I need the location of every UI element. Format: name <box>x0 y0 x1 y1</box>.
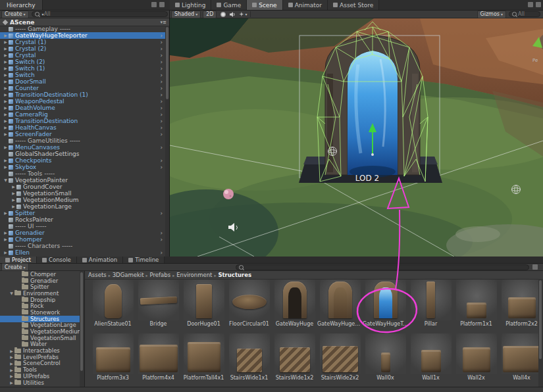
asset-item-pillar[interactable]: Pillar <box>408 280 453 327</box>
open-prefab-arrow-icon[interactable]: › <box>160 164 163 170</box>
open-prefab-arrow-icon[interactable]: › <box>160 105 163 111</box>
hierarchy-item-ellen[interactable]: ▶Ellen› <box>0 249 165 256</box>
hierarchy-item-gatewayhugeteleporter[interactable]: ▶GateWayHugeTeleporter› <box>0 32 165 39</box>
tab-project[interactable]: Project <box>0 257 37 263</box>
asset-item-gatewayhugetel[interactable]: GateWayHugeTel... <box>363 280 408 327</box>
hierarchy-search-input[interactable]: ▾ All <box>32 11 168 17</box>
folder-item-scenecontrol[interactable]: ▶SceneControl <box>0 360 80 367</box>
folder-item-stonework[interactable]: Stonework <box>0 309 80 316</box>
expand-arrow-icon[interactable]: ▶ <box>3 72 9 78</box>
open-prefab-arrow-icon[interactable]: › <box>160 236 163 243</box>
expand-arrow-icon[interactable]: ▶ <box>3 164 9 170</box>
hierarchy-item-weaponpedestal[interactable]: ▶WeaponPedestal› <box>0 98 165 105</box>
hierarchy-item-switch-2[interactable]: ▶Switch (2)› <box>0 59 165 65</box>
asset-item-alienstatue01[interactable]: AlienStatue01 <box>90 280 136 327</box>
asset-item-platform3x3[interactable]: Platform3x3 <box>90 333 136 381</box>
hierarchy-item-crystal-1[interactable]: ▶Crystal (1)› <box>0 39 165 45</box>
open-prefab-arrow-icon[interactable]: › <box>160 157 163 164</box>
open-prefab-arrow-icon[interactable]: › <box>160 111 163 118</box>
expand-arrow-icon[interactable]: ▶ <box>3 39 9 45</box>
folder-item-levelprefabs[interactable]: ▶LevelPrefabs <box>0 354 80 360</box>
expand-arrow-icon[interactable]: ▶ <box>9 374 14 378</box>
folder-item-spitter[interactable]: Spitter <box>0 283 80 290</box>
asset-item-platform2x2[interactable]: Platform2x2 <box>499 280 543 327</box>
shading-mode-dropdown[interactable]: Shaded▾ <box>171 11 201 18</box>
open-prefab-arrow-icon[interactable]: › <box>160 230 163 236</box>
hierarchy-item-skybox[interactable]: ▶Skybox› <box>0 164 165 170</box>
expand-arrow-icon[interactable]: ▶ <box>3 59 9 65</box>
hierarchy-item-characters[interactable]: ----- Characters ----- <box>0 243 165 249</box>
open-prefab-arrow-icon[interactable]: › <box>160 65 163 72</box>
asset-item-stairswide1x1[interactable]: StairsWide1x1 <box>226 333 272 381</box>
hierarchy-item-menucanvases[interactable]: ▶MenuCanvases› <box>0 144 165 151</box>
expand-arrow-icon[interactable]: ▶ <box>3 210 9 216</box>
open-prefab-arrow-icon[interactable]: › <box>160 91 163 98</box>
tab-timeline[interactable]: Timeline <box>123 257 165 263</box>
hierarchy-item-transitiondestination[interactable]: ▶TransitionDestination› <box>0 118 165 124</box>
expand-arrow-icon[interactable]: ▶ <box>3 111 9 118</box>
breadcrumb-item-prefabs[interactable]: Prefabs <box>150 272 171 278</box>
hierarchy-item-healthcanvas[interactable]: ▶HealthCanvas› <box>0 124 165 131</box>
expand-arrow-icon[interactable]: ▶ <box>3 45 9 52</box>
asset-item-stairswide1x2[interactable]: StairsWide1x2 <box>272 333 317 381</box>
tab-animation[interactable]: Animation <box>77 257 123 263</box>
expand-arrow-icon[interactable]: ▶ <box>3 157 9 164</box>
asset-item-wall4x[interactable]: Wall4x <box>499 333 543 381</box>
open-prefab-arrow-icon[interactable]: › <box>160 85 163 91</box>
tab-hierarchy[interactable]: Hierarchy <box>0 0 43 10</box>
hierarchy-item-counter[interactable]: ▶Counter› <box>0 85 165 91</box>
folder-item-grenadier[interactable]: Grenadier <box>0 278 80 284</box>
hierarchy-item-ui[interactable]: ----- UI ----- <box>0 223 165 230</box>
hierarchy-item-vegetationlarge[interactable]: ▶VegetationLarge <box>0 203 165 210</box>
hierarchy-item-switch-1[interactable]: ▶Switch (1)› <box>0 65 165 72</box>
expand-arrow-icon[interactable]: ▶ <box>3 230 9 236</box>
expand-arrow-icon[interactable]: ▶ <box>3 236 9 243</box>
open-prefab-arrow-icon[interactable]: › <box>160 98 163 105</box>
expand-arrow-icon[interactable]: ▶ <box>3 131 9 137</box>
hierarchy-item-grenadier[interactable]: ▶Grenadier› <box>0 230 165 236</box>
hierarchy-item-gameplay[interactable]: ----- Gameplay ----- <box>0 26 165 32</box>
scene-menu-icon[interactable]: ▾≡ <box>161 20 167 25</box>
open-prefab-arrow-icon[interactable]: › <box>160 39 163 45</box>
scene-audio-icon[interactable] <box>229 11 236 18</box>
open-prefab-arrow-icon[interactable]: › <box>160 144 163 151</box>
hierarchy-item-transitiondestination-1[interactable]: ▶TransitionDestination (1)› <box>0 91 165 98</box>
folder-item-tools[interactable]: ▶Tools <box>0 366 80 373</box>
expand-arrow-icon[interactable]: ▶ <box>11 184 16 190</box>
tab-animator[interactable]: Animator <box>283 0 328 10</box>
scrollbar-thumb[interactable] <box>166 27 168 99</box>
expand-arrow-icon[interactable]: ▶ <box>3 98 9 105</box>
asset-item-doorhuge01[interactable]: DoorHuge01 <box>181 280 226 327</box>
tab-game[interactable]: Game <box>211 0 247 10</box>
asset-item-platform1x1[interactable]: Platform1x1 <box>453 280 499 327</box>
expand-arrow-icon[interactable]: ▶ <box>9 380 14 385</box>
hierarchy-item-camerarig[interactable]: ▶CameraRig› <box>0 111 165 118</box>
hierarchy-item-groundcover[interactable]: ▶GroundCover <box>0 184 165 190</box>
open-prefab-arrow-icon[interactable]: › <box>160 45 163 52</box>
expand-arrow-icon[interactable]: ▶ <box>3 144 9 151</box>
folder-item-uiprefabs[interactable]: ▶UIPrefabs <box>0 373 80 380</box>
hierarchy-item-switch[interactable]: ▶Switch› <box>0 72 165 78</box>
hierarchy-item-crystal[interactable]: ▶Crystal› <box>0 52 165 59</box>
hierarchy-item-rockspainter[interactable]: RocksPainter <box>0 216 165 223</box>
asset-item-gatewayhugedoor[interactable]: GateWayHugeDoor <box>317 280 363 327</box>
folder-item-vegetationlarge[interactable]: VegetationLarge <box>0 322 80 329</box>
asset-item-gatewayhuge[interactable]: GateWayHuge <box>272 280 317 327</box>
hierarchy-item-tools[interactable]: ----- Tools ----- <box>0 170 165 177</box>
hierarchy-scrollbar[interactable] <box>165 26 169 257</box>
project-create-button[interactable]: Create▾ <box>1 263 29 271</box>
folder-item-water[interactable]: Water <box>0 341 80 348</box>
folder-item-utilities[interactable]: ▶Utilities <box>0 380 80 386</box>
asset-item-stairswide2x2[interactable]: StairsWide2x2 <box>317 333 363 381</box>
scene-lighting-icon[interactable] <box>220 12 226 17</box>
layers-icon[interactable] <box>528 2 533 7</box>
tab-asset-store[interactable]: Asset Store <box>328 0 379 10</box>
expand-arrow-icon[interactable]: ▶ <box>9 361 14 366</box>
collapse-arrow-icon[interactable]: ▼ <box>3 177 9 184</box>
folder-item-vegetationmedium[interactable]: VegetationMedium <box>0 328 80 335</box>
expand-arrow-icon[interactable]: ▶ <box>9 355 14 359</box>
asset-item-platformtall4x1[interactable]: PlatformTall4x1 <box>181 333 226 381</box>
open-prefab-arrow-icon[interactable]: › <box>160 131 163 137</box>
open-prefab-arrow-icon[interactable]: › <box>160 52 163 59</box>
layout-list-icon[interactable] <box>159 2 165 7</box>
